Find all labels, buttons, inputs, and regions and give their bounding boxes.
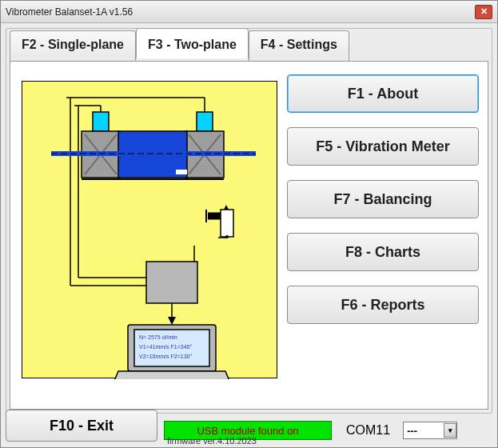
svg-rect-21 [176, 170, 187, 174]
close-button[interactable]: ✕ [475, 5, 492, 19]
svg-marker-34 [110, 371, 233, 379]
firmware-label: firmware ver.4.10.2023 [167, 436, 257, 446]
balancing-button[interactable]: F7 - Balancing [287, 180, 479, 218]
diagram: N= 2575 of/min V1=41mm/s F1=340° V2=10mm… [22, 81, 277, 378]
svg-text:V1=41mm/s   F1=340°: V1=41mm/s F1=340° [139, 344, 192, 350]
tab-two-plane[interactable]: F3 - Two-plane [136, 28, 249, 58]
svg-marker-31 [168, 317, 176, 325]
tab-body: N= 2575 of/min V1=41mm/s F1=340° V2=10mm… [10, 61, 488, 410]
port-dropdown-value: --- [407, 425, 417, 437]
reports-button[interactable]: F6 - Reports [287, 286, 479, 324]
app-window: Vibrometer Balanset-1A v1.56 ✕ F2 - Sing… [0, 0, 498, 448]
button-column: F1 - About F5 - Vibration Meter F7 - Bal… [287, 74, 479, 324]
tab-settings[interactable]: F4 - Settings [249, 30, 349, 61]
svg-rect-12 [93, 112, 109, 131]
tab-single-plane[interactable]: F2 - Single-plane [10, 30, 136, 61]
two-plane-diagram-icon: N= 2575 of/min V1=41mm/s F1=340° V2=10mm… [22, 82, 278, 379]
vibration-meter-button[interactable]: F5 - Vibration Meter [287, 127, 479, 166]
chevron-down-icon: ▾ [444, 423, 456, 438]
com-port-label: COM11 [346, 423, 390, 438]
tabs: F2 - Single-plane F3 - Two-plane F4 - Se… [10, 28, 488, 58]
port-dropdown[interactable]: --- ▾ [403, 422, 457, 439]
window-title: Vibrometer Balanset-1A v1.56 [6, 6, 475, 18]
titlebar: Vibrometer Balanset-1A v1.56 ✕ [1, 1, 497, 23]
svg-text:V2=10mm/s   F2=130°: V2=10mm/s F2=130° [139, 354, 192, 359]
svg-marker-9 [224, 205, 229, 210]
svg-rect-25 [221, 210, 233, 237]
svg-rect-29 [146, 262, 197, 303]
main-panel: F2 - Single-plane F3 - Two-plane F4 - Se… [6, 28, 492, 414]
exit-button[interactable]: F10 - Exit [6, 410, 157, 442]
svg-point-28 [225, 235, 229, 238]
svg-rect-13 [197, 112, 213, 131]
svg-text:N=  2575 of/min: N= 2575 of/min [139, 334, 177, 340]
charts-button[interactable]: F8 - Charts [287, 233, 479, 271]
about-button[interactable]: F1 - About [287, 74, 479, 113]
